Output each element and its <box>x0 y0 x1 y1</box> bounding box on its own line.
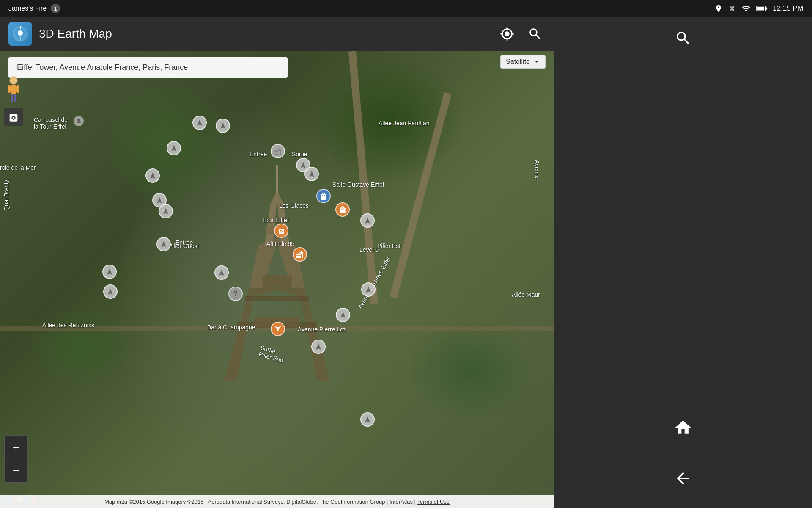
marker-nav-6[interactable] <box>145 168 160 183</box>
map-label-level0: Level 0 <box>359 246 379 253</box>
svg-point-4 <box>18 30 23 36</box>
app-name-label: James's Fire <box>8 5 47 12</box>
map-label-circle-mer: rcle de la Mer <box>0 164 36 171</box>
svg-rect-20 <box>11 94 13 102</box>
header-search-button[interactable] <box>524 23 546 44</box>
svg-rect-12 <box>276 165 278 193</box>
marker-nav-11[interactable] <box>214 265 229 280</box>
search-bar <box>8 57 288 78</box>
locate-button[interactable] <box>497 23 518 44</box>
terms-of-use-link[interactable]: Terms of Use <box>417 499 450 505</box>
location-icon <box>714 4 723 13</box>
marker-nav-8[interactable] <box>360 213 375 228</box>
notification-badge: 1 <box>51 4 60 13</box>
marker-nav-1[interactable] <box>192 116 207 130</box>
svg-rect-1 <box>757 7 765 11</box>
camera-layer-icon[interactable] <box>4 108 23 126</box>
marker-nav-10[interactable] <box>156 237 171 251</box>
map-label-entree2: Entrée <box>176 239 193 246</box>
status-bar-right: 12:15 PM <box>714 4 804 13</box>
map-type-selected: Satellite <box>506 58 530 66</box>
svg-rect-21 <box>14 94 16 102</box>
home-button[interactable] <box>670 415 696 440</box>
marker-question[interactable]: ? <box>228 287 243 301</box>
svg-rect-17 <box>11 85 16 94</box>
map-label-entree1: Entrée <box>250 151 267 157</box>
right-panel <box>554 0 812 508</box>
map-label-tour-eiffel: Tour Eiffel <box>262 217 288 224</box>
right-search-button[interactable] <box>670 25 696 51</box>
marker-nav-5[interactable] <box>304 167 319 181</box>
marker-carrousel[interactable] <box>74 116 84 126</box>
map-label-allee-maur: Allée Maur <box>512 291 540 298</box>
map-label-carrousel: Carrousel dela Tour Eiffel <box>34 116 68 130</box>
map-label-allee-jean: Allée Jean Paulhan <box>379 120 430 127</box>
marker-restaurant-bar[interactable] <box>271 322 285 336</box>
bluetooth-icon <box>728 4 736 13</box>
marker-nav-2[interactable] <box>216 119 230 133</box>
zoom-in-button[interactable]: + <box>4 435 28 459</box>
svg-rect-9 <box>245 296 309 301</box>
map-type-dropdown[interactable]: Satellite <box>500 55 546 69</box>
svg-rect-2 <box>766 7 768 9</box>
map-label-sortie1: Sortie <box>292 151 307 157</box>
marker-nav-15[interactable] <box>336 308 350 322</box>
map-label-allee-refuz: Allée des Refuzniks <box>42 322 94 329</box>
marker-camera[interactable] <box>274 224 288 238</box>
chevron-down-icon <box>533 58 540 65</box>
status-bar: James's Fire 1 12:15 PM <box>0 0 812 17</box>
app-logo <box>8 22 32 46</box>
marker-restaurant-entree[interactable] <box>271 144 285 158</box>
map-label-avenue-pierre: Avenue Pierre Loti <box>298 326 346 333</box>
svg-rect-14 <box>262 275 292 284</box>
marker-shopping-blue[interactable] <box>316 189 331 203</box>
marker-nav-13[interactable] <box>103 284 118 299</box>
app-header: 3D Earth Map <box>0 17 554 51</box>
marker-shopping-orange[interactable] <box>335 202 350 217</box>
marker-nav-14[interactable] <box>361 282 376 297</box>
map-label-altitude95: Altitude 95 <box>266 240 294 247</box>
map-area[interactable]: Satellite Carrousel dela Tour Eiffel All… <box>0 51 554 508</box>
map-label-quai: Quai Branly <box>3 180 10 211</box>
map-label-salle-gustave: Salle Gustave Eiffel <box>332 181 384 188</box>
map-label-bar-champagne: Bar à Champagne <box>207 324 255 331</box>
svg-rect-18 <box>8 85 11 93</box>
svg-rect-19 <box>16 85 19 93</box>
map-label-pilier-est: Pilier Est <box>377 243 401 249</box>
attribution-text: Map data ©2015 Google Imagery ©2015 , Ae… <box>104 499 413 505</box>
search-input[interactable] <box>8 57 288 78</box>
marker-restaurant-altitude[interactable] <box>293 247 307 262</box>
wifi-icon <box>741 4 751 13</box>
zoom-out-button[interactable]: − <box>4 459 28 483</box>
battery-icon <box>756 5 768 12</box>
status-bar-left: James's Fire 1 <box>8 4 60 13</box>
marker-nav-9[interactable] <box>159 204 173 218</box>
map-label-les-glaces: Les Glaces <box>279 202 309 209</box>
svg-point-16 <box>10 77 17 84</box>
marker-nav-3[interactable] <box>167 141 181 155</box>
map-label-avenue-right: Avenue <box>534 160 540 180</box>
app-title: 3D Earth Map <box>39 27 490 41</box>
map-attribution: Map data ©2015 Google Imagery ©2015 , Ae… <box>0 495 554 508</box>
marker-nav-17[interactable] <box>360 412 375 427</box>
zoom-controls: + − <box>4 435 28 483</box>
street-view-person[interactable] <box>4 76 23 126</box>
marker-nav-16[interactable] <box>311 340 326 354</box>
marker-nav-12[interactable] <box>102 265 117 279</box>
back-button[interactable] <box>670 466 696 491</box>
time-display: 12:15 PM <box>773 4 804 13</box>
